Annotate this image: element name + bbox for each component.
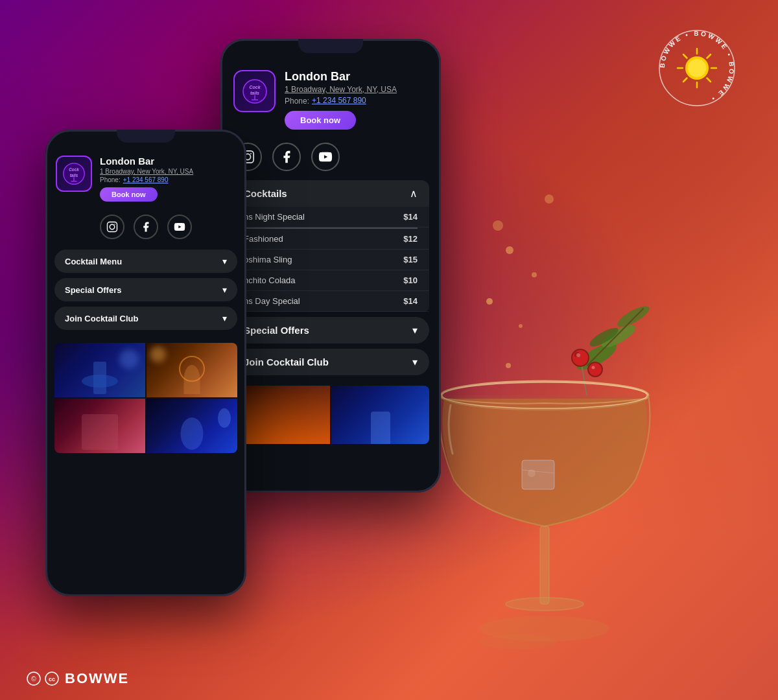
cocktail-glass-illustration: [402, 279, 726, 700]
cocktails-accordion-back[interactable]: Cocktails ∧: [232, 180, 429, 207]
special-offers-arrow-back: ▾: [412, 324, 418, 336]
svg-text:©: ©: [31, 675, 36, 682]
book-now-button-back[interactable]: Book now: [285, 111, 356, 130]
svg-text:cc: cc: [49, 676, 55, 682]
photo-blue-br: [147, 399, 237, 453]
instagram-icon-front[interactable]: [100, 215, 124, 239]
svg-rect-47: [540, 526, 549, 604]
photo-pink-bl: [54, 399, 145, 453]
svg-line-8: [707, 78, 711, 82]
phone-label-front: Phone:: [100, 176, 121, 183]
app-logo-back: Cock tails: [233, 70, 276, 112]
footer-copyright-icons: © cc: [26, 671, 60, 686]
bar-name-front: London Bar: [100, 156, 193, 167]
join-club-accordion-front[interactable]: Join Cocktail Club ▾: [54, 307, 237, 330]
app-info-front: London Bar 1 Broadway, New York, NY, USA…: [100, 156, 193, 202]
join-club-accordion-back[interactable]: Join Cocktail Club ▾: [232, 349, 429, 375]
photo-blue-back: [331, 386, 429, 444]
svg-text:Cock: Cock: [69, 167, 79, 172]
cocktail-menu-accordion-front[interactable]: Cocktail Menu ▾: [54, 250, 237, 273]
svg-point-28: [114, 224, 115, 225]
social-icons-back: [220, 136, 441, 178]
app-header-front: Cock tails London Bar 1 Broadway, New Yo…: [45, 148, 246, 208]
facebook-icon-front[interactable]: [134, 215, 158, 239]
phone-number-back: +1 234 567 890: [312, 96, 366, 105]
sparkle-dot: [545, 194, 554, 204]
cocktails-label-back: Cocktails: [244, 188, 287, 199]
app-info-back: London Bar 1 Broadway, New York, NY, USA…: [285, 70, 397, 130]
bowwe-badge: BOWWE • BOWWE • BOWWE •: [655, 26, 739, 110]
cocktail-item: ns Day Special $14: [232, 291, 429, 312]
photo-blue-tl: [54, 343, 145, 397]
sparkle-dot: [493, 220, 503, 231]
cocktails-arrow-back: ∧: [410, 187, 418, 200]
menu-section-front: Cocktail Menu ▾ Special Offers ▾ Join Co…: [45, 246, 246, 339]
cocktail-item: Fashioned $12: [232, 229, 429, 250]
svg-point-41: [576, 353, 580, 357]
svg-line-7: [683, 54, 687, 58]
social-icons-front: [45, 208, 246, 246]
svg-line-9: [683, 78, 687, 82]
cocktail-item: ns Night Special $14: [232, 207, 429, 228]
app-logo-front: Cock tails: [56, 156, 92, 192]
svg-point-11: [688, 59, 706, 77]
bar-address-front: 1 Broadway, New York, NY, USA: [100, 168, 193, 175]
svg-text:Cock: Cock: [249, 85, 261, 89]
phone-number-front: +1 234 567 890: [123, 176, 169, 183]
svg-rect-26: [108, 222, 117, 232]
photo-grid-back: [232, 386, 429, 444]
photo-grid-front: [54, 343, 237, 453]
book-now-button-front[interactable]: Book now: [100, 187, 158, 202]
svg-point-19: [250, 153, 252, 154]
special-offers-accordion-back[interactable]: Special Offers ▾: [232, 317, 429, 344]
footer-brand-text: BOWWE: [65, 670, 129, 687]
app-header-back: Cock tails London Bar 1 Broadway, New Yo…: [220, 60, 441, 136]
svg-point-40: [589, 363, 602, 376]
phone-notch-front: [117, 130, 175, 143]
special-offers-accordion-front[interactable]: Special Offers ▾: [54, 278, 237, 301]
phone-front: Cock tails London Bar 1 Broadway, New Yo…: [45, 130, 246, 596]
facebook-icon-back[interactable]: [272, 143, 301, 171]
phone-label-back: Phone:: [285, 97, 309, 106]
svg-line-6: [707, 54, 711, 58]
join-club-arrow-back: ▾: [412, 356, 418, 368]
svg-point-48: [506, 598, 584, 611]
footer-bowwe: © cc BOWWE: [26, 670, 129, 687]
svg-point-50: [480, 634, 558, 649]
cocktail-item: nchito Colada $10: [232, 270, 429, 291]
phone-notch-back: [298, 39, 363, 53]
svg-point-42: [592, 366, 595, 369]
youtube-icon-front[interactable]: [167, 215, 192, 239]
bar-address-back: 1 Broadway, New York, NY, USA: [285, 85, 397, 94]
photo-orange-tr: [147, 343, 237, 397]
cocktails-section-back: Cocktails ∧ ns Night Special $14 Fashion…: [220, 178, 441, 383]
svg-text:tails: tails: [250, 91, 259, 95]
svg-point-27: [110, 224, 115, 229]
youtube-icon-back[interactable]: [311, 143, 340, 171]
sparkle-dot: [532, 272, 537, 277]
svg-text:tails: tails: [70, 173, 78, 178]
phone-back: Cock tails London Bar 1 Broadway, New Yo…: [220, 39, 441, 493]
sparkle-dot: [506, 246, 513, 254]
bar-name-back: London Bar: [285, 70, 397, 84]
photo-fire-back: [232, 386, 330, 444]
cocktail-item: oshima Sling $15: [232, 250, 429, 270]
cocktails-list-back: ns Night Special $14 Fashioned $12 oshim…: [232, 207, 429, 312]
svg-point-37: [572, 350, 588, 366]
